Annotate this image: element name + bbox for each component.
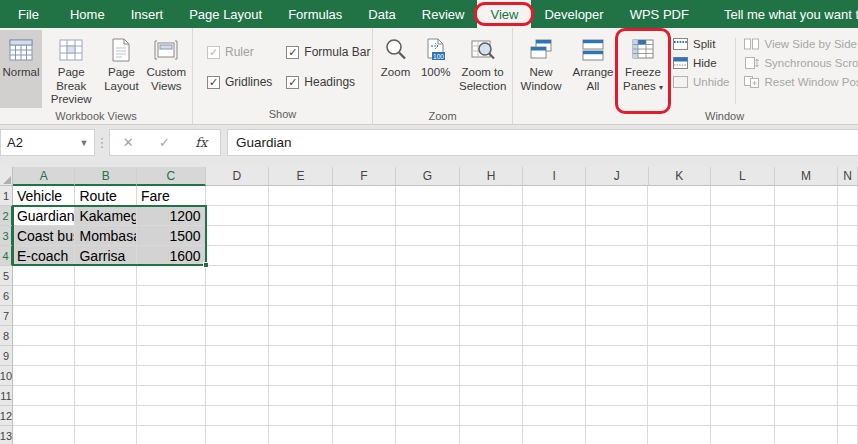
cell-K7[interactable] bbox=[648, 306, 711, 326]
cell-I11[interactable] bbox=[523, 386, 586, 406]
cell-B10[interactable] bbox=[75, 366, 137, 386]
cell-G11[interactable] bbox=[396, 386, 460, 406]
cell-I2[interactable] bbox=[523, 206, 586, 226]
cell-B3[interactable]: Mombasa bbox=[75, 226, 137, 246]
cell-N9[interactable] bbox=[838, 346, 858, 366]
cell-J5[interactable] bbox=[586, 266, 649, 286]
column-header-N[interactable]: N bbox=[838, 167, 858, 186]
synchronous-scroll-button[interactable]: Synchronous Scroll bbox=[744, 55, 858, 70]
cell-M6[interactable] bbox=[775, 286, 839, 306]
cell-D13[interactable] bbox=[206, 426, 270, 444]
cell-F7[interactable] bbox=[333, 306, 397, 326]
column-header-D[interactable]: D bbox=[206, 167, 270, 186]
page-layout-button[interactable]: Page Layout bbox=[100, 30, 142, 108]
cell-I6[interactable] bbox=[523, 286, 586, 306]
cell-M4[interactable] bbox=[775, 246, 839, 266]
row-header-2[interactable]: 2 bbox=[0, 206, 13, 226]
tab-wps-pdf[interactable]: WPS PDF bbox=[617, 0, 702, 28]
cell-A11[interactable] bbox=[13, 386, 76, 406]
cell-N3[interactable] bbox=[838, 226, 858, 246]
cell-G8[interactable] bbox=[396, 326, 460, 346]
cell-C8[interactable] bbox=[137, 326, 206, 346]
cell-G13[interactable] bbox=[396, 426, 460, 444]
tab-data[interactable]: Data bbox=[355, 0, 408, 28]
cell-D6[interactable] bbox=[206, 286, 270, 306]
column-header-J[interactable]: J bbox=[586, 167, 649, 186]
cell-A4[interactable]: E-coach bbox=[13, 246, 76, 266]
cell-J10[interactable] bbox=[586, 366, 649, 386]
cell-M2[interactable] bbox=[775, 206, 839, 226]
cell-K10[interactable] bbox=[648, 366, 711, 386]
column-header-K[interactable]: K bbox=[649, 167, 712, 186]
cell-N4[interactable] bbox=[838, 246, 858, 266]
cell-E2[interactable] bbox=[269, 206, 333, 226]
column-header-L[interactable]: L bbox=[711, 167, 775, 186]
column-header-B[interactable]: B bbox=[75, 167, 137, 186]
cell-E8[interactable] bbox=[269, 326, 333, 346]
cell-L13[interactable] bbox=[711, 426, 775, 444]
column-header-H[interactable]: H bbox=[460, 167, 524, 186]
cell-D2[interactable] bbox=[206, 206, 270, 226]
cell-M7[interactable] bbox=[775, 306, 839, 326]
cell-L11[interactable] bbox=[711, 386, 775, 406]
cell-K12[interactable] bbox=[648, 406, 711, 426]
cell-G4[interactable] bbox=[396, 246, 460, 266]
cell-H2[interactable] bbox=[460, 206, 524, 226]
cell-G2[interactable] bbox=[396, 206, 460, 226]
cell-K8[interactable] bbox=[648, 326, 711, 346]
cell-K1[interactable] bbox=[648, 186, 711, 206]
cell-I13[interactable] bbox=[523, 426, 586, 444]
cell-I4[interactable] bbox=[523, 246, 586, 266]
row-header-13[interactable]: 13 bbox=[0, 426, 13, 444]
row-header-10[interactable]: 10 bbox=[0, 366, 13, 386]
cell-B13[interactable] bbox=[75, 426, 137, 444]
column-header-G[interactable]: G bbox=[396, 167, 460, 186]
cell-A9[interactable] bbox=[13, 346, 76, 366]
cell-L10[interactable] bbox=[711, 366, 775, 386]
cell-G1[interactable] bbox=[396, 186, 460, 206]
cell-G10[interactable] bbox=[396, 366, 460, 386]
row-header-8[interactable]: 8 bbox=[0, 326, 13, 346]
cell-B8[interactable] bbox=[75, 326, 137, 346]
row-header-9[interactable]: 9 bbox=[0, 346, 13, 366]
cell-C2[interactable]: 1200 bbox=[137, 206, 206, 226]
select-all-corner[interactable] bbox=[0, 167, 13, 186]
cell-A13[interactable] bbox=[13, 426, 76, 444]
cell-L2[interactable] bbox=[711, 206, 775, 226]
zoom-button[interactable]: Zoom bbox=[375, 30, 416, 108]
cell-L12[interactable] bbox=[711, 406, 775, 426]
cell-N12[interactable] bbox=[838, 406, 858, 426]
cell-H4[interactable] bbox=[460, 246, 524, 266]
cell-A12[interactable] bbox=[13, 406, 76, 426]
cell-D10[interactable] bbox=[206, 366, 270, 386]
cell-K13[interactable] bbox=[648, 426, 711, 444]
cell-M13[interactable] bbox=[775, 426, 839, 444]
row-header-12[interactable]: 12 bbox=[0, 406, 13, 426]
cell-B2[interactable]: Kakamega bbox=[75, 206, 137, 226]
arrange-all-button[interactable]: Arrange All bbox=[567, 30, 619, 108]
cell-H5[interactable] bbox=[460, 266, 524, 286]
cell-G6[interactable] bbox=[396, 286, 460, 306]
cell-J8[interactable] bbox=[586, 326, 649, 346]
cell-E11[interactable] bbox=[269, 386, 333, 406]
hide-button[interactable]: Hide bbox=[673, 55, 729, 70]
cell-H8[interactable] bbox=[460, 326, 524, 346]
cell-K6[interactable] bbox=[648, 286, 711, 306]
cell-I3[interactable] bbox=[523, 226, 586, 246]
cell-H9[interactable] bbox=[460, 346, 524, 366]
column-header-M[interactable]: M bbox=[775, 167, 839, 186]
cell-B7[interactable] bbox=[75, 306, 137, 326]
tab-home[interactable]: Home bbox=[57, 0, 118, 28]
cell-H13[interactable] bbox=[460, 426, 524, 444]
formula-bar-checkbox[interactable]: ✓ Formula Bar bbox=[286, 44, 370, 60]
cell-N8[interactable] bbox=[838, 326, 858, 346]
cell-A7[interactable] bbox=[13, 306, 76, 326]
cell-J6[interactable] bbox=[586, 286, 649, 306]
cell-I1[interactable] bbox=[523, 186, 586, 206]
cell-C9[interactable] bbox=[137, 346, 206, 366]
cell-B11[interactable] bbox=[75, 386, 137, 406]
cell-N5[interactable] bbox=[838, 266, 858, 286]
cell-M10[interactable] bbox=[775, 366, 839, 386]
name-box-dropdown-icon[interactable]: ▼ bbox=[74, 138, 94, 148]
cell-I9[interactable] bbox=[523, 346, 586, 366]
